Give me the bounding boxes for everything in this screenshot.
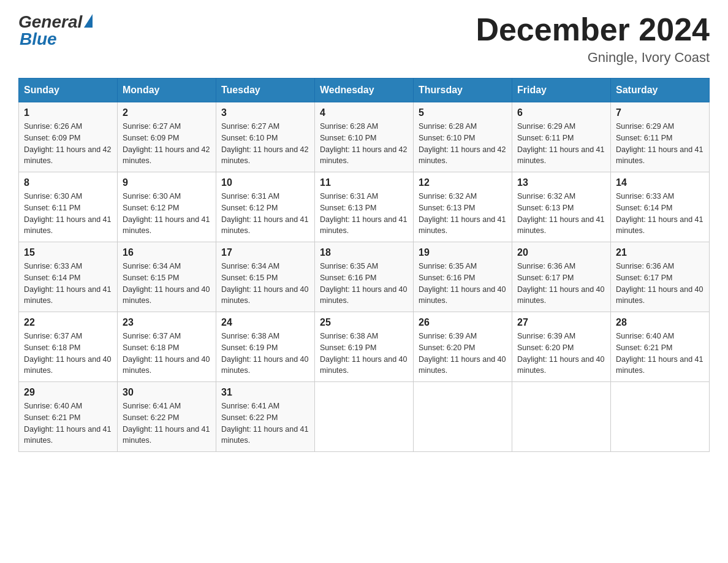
day-info: Sunrise: 6:37 AMSunset: 6:18 PMDaylight:… (24, 331, 112, 377)
day-number: 11 (320, 177, 408, 188)
day-info: Sunrise: 6:29 AMSunset: 6:11 PMDaylight:… (616, 121, 704, 167)
calendar-week-row: 1Sunrise: 6:26 AMSunset: 6:09 PMDaylight… (19, 102, 710, 172)
table-row: 12Sunrise: 6:32 AMSunset: 6:13 PMDayligh… (414, 172, 512, 242)
table-row: 1Sunrise: 6:26 AMSunset: 6:09 PMDaylight… (19, 102, 118, 172)
day-number: 19 (419, 247, 507, 258)
table-row: 14Sunrise: 6:33 AMSunset: 6:14 PMDayligh… (611, 172, 710, 242)
table-row: 10Sunrise: 6:31 AMSunset: 6:12 PMDayligh… (216, 172, 315, 242)
table-row: 6Sunrise: 6:29 AMSunset: 6:11 PMDaylight… (512, 102, 611, 172)
col-friday: Friday (512, 79, 611, 102)
calendar-week-row: 29Sunrise: 6:40 AMSunset: 6:21 PMDayligh… (19, 382, 710, 452)
day-number: 31 (221, 387, 309, 398)
day-info: Sunrise: 6:33 AMSunset: 6:14 PMDaylight:… (616, 191, 704, 237)
table-row: 3Sunrise: 6:27 AMSunset: 6:10 PMDaylight… (216, 102, 315, 172)
day-info: Sunrise: 6:32 AMSunset: 6:13 PMDaylight:… (419, 191, 507, 237)
day-number: 27 (517, 317, 605, 328)
day-info: Sunrise: 6:30 AMSunset: 6:11 PMDaylight:… (24, 191, 112, 237)
table-row: 5Sunrise: 6:28 AMSunset: 6:10 PMDaylight… (414, 102, 512, 172)
day-info: Sunrise: 6:34 AMSunset: 6:15 PMDaylight:… (221, 261, 309, 307)
day-info: Sunrise: 6:36 AMSunset: 6:17 PMDaylight:… (616, 261, 704, 307)
day-number: 4 (320, 107, 408, 118)
day-number: 14 (616, 177, 704, 188)
table-row: 21Sunrise: 6:36 AMSunset: 6:17 PMDayligh… (611, 242, 710, 312)
day-info: Sunrise: 6:35 AMSunset: 6:16 PMDaylight:… (419, 261, 507, 307)
table-row: 29Sunrise: 6:40 AMSunset: 6:21 PMDayligh… (19, 382, 118, 452)
day-info: Sunrise: 6:28 AMSunset: 6:10 PMDaylight:… (320, 121, 408, 167)
table-row: 22Sunrise: 6:37 AMSunset: 6:18 PMDayligh… (19, 312, 118, 382)
day-number: 24 (221, 317, 309, 328)
day-number: 23 (123, 317, 211, 328)
day-number: 3 (221, 107, 309, 118)
table-row (512, 382, 611, 452)
table-row: 16Sunrise: 6:34 AMSunset: 6:15 PMDayligh… (118, 242, 216, 312)
day-number: 16 (123, 247, 211, 258)
day-number: 21 (616, 247, 704, 258)
day-number: 9 (123, 177, 211, 188)
page-header: General Blue December 2024 Gningle, Ivor… (18, 12, 710, 66)
col-monday: Monday (118, 79, 216, 102)
table-row: 19Sunrise: 6:35 AMSunset: 6:16 PMDayligh… (414, 242, 512, 312)
table-row (414, 382, 512, 452)
day-info: Sunrise: 6:28 AMSunset: 6:10 PMDaylight:… (419, 121, 507, 167)
table-row: 26Sunrise: 6:39 AMSunset: 6:20 PMDayligh… (414, 312, 512, 382)
table-row: 20Sunrise: 6:36 AMSunset: 6:17 PMDayligh… (512, 242, 611, 312)
day-info: Sunrise: 6:29 AMSunset: 6:11 PMDaylight:… (517, 121, 605, 167)
calendar-week-row: 22Sunrise: 6:37 AMSunset: 6:18 PMDayligh… (19, 312, 710, 382)
day-info: Sunrise: 6:40 AMSunset: 6:21 PMDaylight:… (616, 331, 704, 377)
day-number: 18 (320, 247, 408, 258)
table-row: 9Sunrise: 6:30 AMSunset: 6:12 PMDaylight… (118, 172, 216, 242)
table-row: 4Sunrise: 6:28 AMSunset: 6:10 PMDaylight… (315, 102, 414, 172)
logo-blue-text: Blue (20, 29, 57, 49)
day-number: 28 (616, 317, 704, 328)
day-number: 15 (24, 247, 112, 258)
table-row: 24Sunrise: 6:38 AMSunset: 6:19 PMDayligh… (216, 312, 315, 382)
day-number: 2 (123, 107, 211, 118)
title-section: December 2024 Gningle, Ivory Coast (476, 12, 710, 66)
col-saturday: Saturday (611, 79, 710, 102)
table-row: 18Sunrise: 6:35 AMSunset: 6:16 PMDayligh… (315, 242, 414, 312)
table-row: 31Sunrise: 6:41 AMSunset: 6:22 PMDayligh… (216, 382, 315, 452)
day-info: Sunrise: 6:39 AMSunset: 6:20 PMDaylight:… (419, 331, 507, 377)
day-number: 30 (123, 387, 211, 398)
day-info: Sunrise: 6:33 AMSunset: 6:14 PMDaylight:… (24, 261, 112, 307)
day-info: Sunrise: 6:38 AMSunset: 6:19 PMDaylight:… (320, 331, 408, 377)
day-number: 22 (24, 317, 112, 328)
table-row: 7Sunrise: 6:29 AMSunset: 6:11 PMDaylight… (611, 102, 710, 172)
day-info: Sunrise: 6:38 AMSunset: 6:19 PMDaylight:… (221, 331, 309, 377)
calendar-table: Sunday Monday Tuesday Wednesday Thursday… (18, 78, 710, 452)
day-number: 1 (24, 107, 112, 118)
day-number: 12 (419, 177, 507, 188)
day-number: 8 (24, 177, 112, 188)
logo: General Blue (18, 12, 93, 49)
table-row: 17Sunrise: 6:34 AMSunset: 6:15 PMDayligh… (216, 242, 315, 312)
calendar-week-row: 8Sunrise: 6:30 AMSunset: 6:11 PMDaylight… (19, 172, 710, 242)
table-row (315, 382, 414, 452)
table-row: 2Sunrise: 6:27 AMSunset: 6:09 PMDaylight… (118, 102, 216, 172)
col-wednesday: Wednesday (315, 79, 414, 102)
calendar-week-row: 15Sunrise: 6:33 AMSunset: 6:14 PMDayligh… (19, 242, 710, 312)
table-row: 15Sunrise: 6:33 AMSunset: 6:14 PMDayligh… (19, 242, 118, 312)
calendar-header-row: Sunday Monday Tuesday Wednesday Thursday… (19, 79, 710, 102)
table-row: 23Sunrise: 6:37 AMSunset: 6:18 PMDayligh… (118, 312, 216, 382)
day-number: 20 (517, 247, 605, 258)
logo-triangle-icon (84, 14, 93, 28)
day-info: Sunrise: 6:27 AMSunset: 6:10 PMDaylight:… (221, 121, 309, 167)
day-number: 5 (419, 107, 507, 118)
table-row: 11Sunrise: 6:31 AMSunset: 6:13 PMDayligh… (315, 172, 414, 242)
day-info: Sunrise: 6:30 AMSunset: 6:12 PMDaylight:… (123, 191, 211, 237)
day-info: Sunrise: 6:34 AMSunset: 6:15 PMDaylight:… (123, 261, 211, 307)
month-title: December 2024 (476, 12, 710, 47)
day-number: 26 (419, 317, 507, 328)
day-info: Sunrise: 6:41 AMSunset: 6:22 PMDaylight:… (123, 400, 211, 446)
col-tuesday: Tuesday (216, 79, 315, 102)
table-row: 25Sunrise: 6:38 AMSunset: 6:19 PMDayligh… (315, 312, 414, 382)
day-number: 17 (221, 247, 309, 258)
table-row: 30Sunrise: 6:41 AMSunset: 6:22 PMDayligh… (118, 382, 216, 452)
day-info: Sunrise: 6:31 AMSunset: 6:12 PMDaylight:… (221, 191, 309, 237)
day-info: Sunrise: 6:37 AMSunset: 6:18 PMDaylight:… (123, 331, 211, 377)
day-number: 6 (517, 107, 605, 118)
day-info: Sunrise: 6:39 AMSunset: 6:20 PMDaylight:… (517, 331, 605, 377)
day-info: Sunrise: 6:31 AMSunset: 6:13 PMDaylight:… (320, 191, 408, 237)
table-row: 27Sunrise: 6:39 AMSunset: 6:20 PMDayligh… (512, 312, 611, 382)
col-sunday: Sunday (19, 79, 118, 102)
